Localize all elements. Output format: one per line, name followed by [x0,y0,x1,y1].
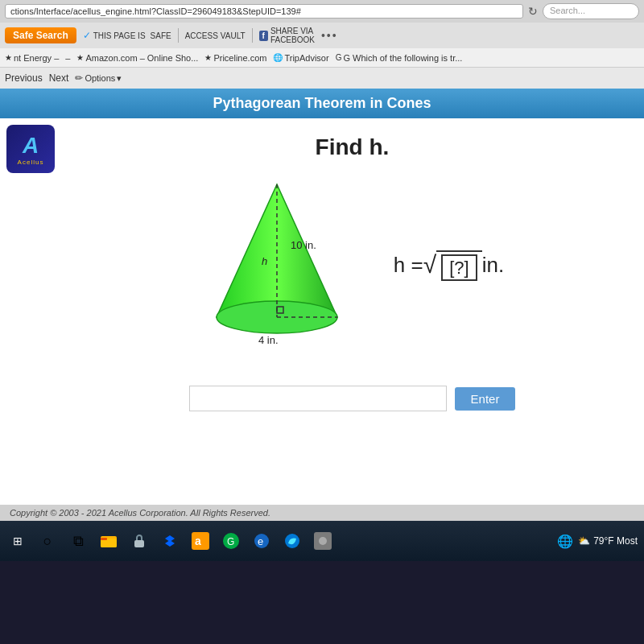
content-area: A Acellus Find h. [0,118,644,505]
bookmark-icon-1: ★ [5,53,12,62]
acellus-logo-letter: A [23,133,39,159]
pencil-icon: ✏ [75,72,83,84]
svg-text:e: e [258,535,263,547]
question-bracket: [?] [441,254,477,281]
svg-text:4 in.: 4 in. [258,334,279,346]
globe-icon[interactable]: 🌐 [557,534,573,549]
bookmark-label-5: G Which of the following is tr... [343,53,462,63]
copyright-bar: Copyright © 2003 - 2021 Acellus Corporat… [0,505,644,521]
bookmark-label-2: Amazon.com – Online Sho... [85,53,198,63]
problem-area: Find h. [60,118,644,505]
cone-diagram: 10 in. h 4 in. [200,176,361,353]
taskbar-lock[interactable] [127,529,151,553]
bookmark-label-3: Priceline.com [213,53,266,63]
sqrt-symbol: √ [423,251,436,279]
find-h-label: Find h. [316,134,390,160]
equation-area: h = √ [?] in. [394,250,504,279]
bookmark-energy[interactable]: ★ nt Energy – [5,53,59,63]
cone-svg: 10 in. h 4 in. [200,176,361,353]
bookmark-priceline[interactable]: ★ Priceline.com [204,53,266,63]
access-label: ACCESS [185,31,218,40]
previous-button[interactable]: Previous [5,72,43,84]
this-page-safe: ✓ THIS PAGE IS SAFE [83,30,171,41]
sqrt-bar: [?] [436,250,482,279]
svg-text:G: G [227,536,234,547]
bookmark-icon-3: ★ [204,53,212,62]
options-arrow-icon: ▾ [117,73,122,84]
bookmark-tripadvisor[interactable]: 🌐 TripAdvisor [273,53,328,63]
taskbar-edge[interactable] [280,529,304,553]
system-icons: 🌐 ⛅ 79°F Most [557,534,638,549]
facebook-label: FACEBOOK [270,35,315,44]
bookmark-label-1: nt Energy – [14,53,59,63]
bookmark-google[interactable]: G G Which of the following is tr... [336,53,463,63]
more-options-dots[interactable]: ••• [321,29,338,42]
vault-label: VAULT [221,31,246,40]
refresh-button[interactable]: ↻ [528,5,538,18]
this-page-label: THIS PAGE IS [93,31,146,40]
toolbar-row: Safe Search ✓ THIS PAGE IS SAFE ACCESS V… [0,23,644,48]
search-taskbar-button[interactable]: ○ [35,529,60,553]
taskbar-photos[interactable] [311,529,335,553]
nav-row: Previous Next ✏ Options ▾ [0,68,644,89]
check-icon: ✓ [83,30,91,41]
browser-search-box[interactable]: Search... [543,3,639,19]
svg-text:10 in.: 10 in. [291,239,316,251]
divider-1 [178,28,179,43]
weather-temp: 79°F Most [593,535,638,547]
question-mark: ? [454,258,464,278]
bracket-close: ] [464,258,469,278]
weather-display: ⛅ 79°F Most [578,535,638,547]
bookmark-sep-1: – [65,53,70,63]
weather-icon: ⛅ [578,535,590,547]
svg-rect-11 [134,540,144,547]
taskbar: ⊞ ○ ⧉ a G e [0,521,644,561]
taskbar-ie[interactable]: e [250,529,274,553]
answer-row: Enter [189,386,516,411]
main-content: Pythagorean Theorem in Cones A Acellus F… [0,89,644,521]
browser-window: ctions/Interface/acellus_engine.html?Cla… [0,0,644,521]
bookmark-icon-4: 🌐 [273,53,283,62]
options-label: Options [85,73,115,83]
bookmark-label-4: TripAdvisor [284,53,328,63]
address-bar[interactable]: ctions/Interface/acellus_engine.html?Cla… [5,4,523,19]
acellus-logo: A Acellus [6,125,55,173]
facebook-icon: f [259,31,268,41]
svg-text:h: h [262,255,267,267]
acellus-sidebar: A Acellus [0,118,60,505]
bookmark-amazon[interactable]: ★ Amazon.com – Online Sho... [76,53,198,63]
taskbar-green-app[interactable]: G [219,529,243,553]
taskbar-amazon[interactable]: a [188,529,213,553]
task-view-button[interactable]: ⧉ [66,529,90,553]
next-button[interactable]: Next [49,72,69,84]
answer-input[interactable] [189,386,447,411]
acellus-logo-name: Acellus [18,159,44,166]
safe-label: SAFE [151,31,171,40]
svg-text:a: a [195,535,201,547]
bookmark-icon-2: ★ [76,53,84,62]
options-button[interactable]: ✏ Options ▾ [75,72,122,84]
equation-prefix: h = [394,253,423,278]
share-facebook: f SHARE VIA FACEBOOK [259,27,315,44]
safe-search-button[interactable]: Safe Search [5,27,76,43]
bookmark-icon-5: G [336,53,342,62]
svg-marker-13 [165,540,175,547]
taskbar-dropbox[interactable] [158,529,182,553]
equation-suffix: in. [482,253,504,278]
diagram-equation-row: 10 in. h 4 in. h = √ [200,176,504,353]
taskbar-right: 🌐 ⛅ 79°F Most [557,534,638,549]
taskbar-file-explorer[interactable] [97,529,121,553]
page-title: Pythagorean Theorem in Cones [0,89,644,118]
bookmarks-bar: ★ nt Energy – – ★ Amazon.com – Online Sh… [0,48,644,68]
enter-button[interactable]: Enter [455,387,516,411]
share-via-label: SHARE VIA [270,27,315,35]
address-bar-row: ctions/Interface/acellus_engine.html?Cla… [0,0,644,23]
access-vault: ACCESS VAULT [185,31,246,40]
svg-rect-10 [101,538,107,540]
divider-2 [252,28,253,43]
svg-point-22 [319,537,327,545]
windows-start-button[interactable]: ⊞ [6,530,29,552]
